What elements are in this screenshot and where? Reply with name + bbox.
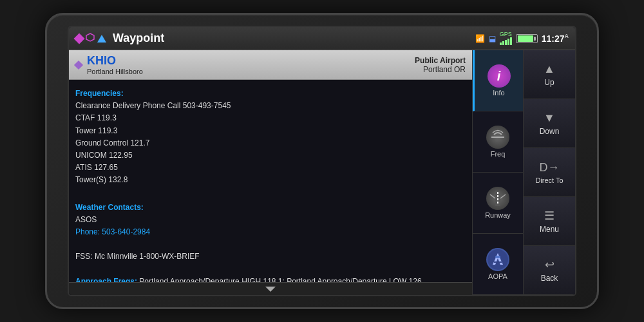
freq-line-6: ATIS 127.65 <box>75 162 466 174</box>
up-label: Up <box>544 78 554 87</box>
aopa-svg <box>486 248 509 271</box>
aopa-tab-icon <box>486 248 509 271</box>
airport-type: Public Airport <box>415 56 466 65</box>
svg-rect-5 <box>497 198 498 200</box>
direct-to-button[interactable]: D→ Direct To <box>524 148 575 197</box>
header-bar: Waypoint 📶 ⬓ GPS <box>69 27 575 50</box>
svg-rect-6 <box>497 202 498 204</box>
clock: 11:27A <box>542 33 569 44</box>
down-icon: ▼ <box>544 111 555 125</box>
svg-line-7 <box>490 194 495 198</box>
aopa-tab-label: AOPA <box>488 272 507 280</box>
up-button[interactable]: ▲ Up <box>524 50 575 99</box>
info-content[interactable]: Frequencies: Clearance Delivery Phone Ca… <box>69 80 472 282</box>
airport-city: Portland Hillsboro <box>87 68 143 75</box>
page-title: Waypoint <box>113 32 475 45</box>
info-tab-icon: i <box>488 64 511 88</box>
freq-tab-label: Freq <box>491 150 506 158</box>
freq-tab-icon <box>486 126 509 149</box>
back-button[interactable]: ↩ Back <box>524 246 575 295</box>
runway-tab-label: Runway <box>485 211 511 219</box>
bar2 <box>502 41 504 45</box>
time-value: 11:27 <box>542 33 565 44</box>
weather-label: Weather Contacts: <box>75 202 466 214</box>
freq-line-7: Tower(S) 132.8 <box>75 174 466 186</box>
header-icons <box>75 33 106 44</box>
back-icon: ↩ <box>545 258 554 272</box>
airport-name-block: KHIO Portland Hillsboro <box>87 54 143 75</box>
airport-id: KHIO <box>87 54 143 68</box>
runway-tab-icon <box>486 187 509 210</box>
airport-diamond-icon <box>74 60 83 69</box>
hex-icon <box>86 33 95 44</box>
bluetooth-icon: ⬓ <box>489 34 496 43</box>
approach-label: Approach Freqs: <box>75 277 137 282</box>
info-icon-letter: i <box>497 69 501 84</box>
weather-asos: ASOS <box>75 214 466 226</box>
up-icon: ▲ <box>544 62 555 76</box>
battery-indicator <box>516 34 538 43</box>
menu-label: Menu <box>540 225 559 234</box>
tab-runway[interactable]: Runway <box>473 173 523 234</box>
fss-text: FSS: Mc Minnville 1-800-WX-BRIEF <box>75 251 466 263</box>
svg-point-10 <box>495 256 500 258</box>
direct-to-icon: D→ <box>540 161 560 175</box>
approach-line: Approach Freqs: Portland Approach/Depart… <box>75 276 466 282</box>
scroll-indicator[interactable] <box>69 282 472 295</box>
freq-svg <box>489 128 507 146</box>
menu-icon: ☰ <box>544 209 554 223</box>
bar3 <box>505 40 507 45</box>
bar4 <box>507 39 509 45</box>
controls-column: ▲ Up ▼ Down D→ Direct To ☰ Menu <box>524 50 575 295</box>
nav-tabs: i Info Freq <box>472 50 524 295</box>
wifi-icon: 📶 <box>475 34 485 43</box>
frequencies-label: Frequencies: <box>75 88 466 100</box>
scroll-down-icon <box>265 287 276 292</box>
battery-tip <box>534 37 536 41</box>
freq-line-2: CTAF 119.3 <box>75 112 466 124</box>
diamond-icon <box>74 33 85 44</box>
main-area: KHIO Portland Hillsboro Public Airport P… <box>69 50 575 295</box>
airport-state: Portland OR <box>415 65 466 74</box>
screen: Waypoint 📶 ⬓ GPS <box>68 26 576 296</box>
am-pm: A <box>565 33 569 39</box>
menu-button[interactable]: ☰ Menu <box>524 197 575 246</box>
tab-freq[interactable]: Freq <box>473 111 523 173</box>
approach-text: Portland Approach/Departure HIGH 118.1; … <box>139 277 421 282</box>
freq-line-5: UNICOM 122.95 <box>75 149 466 162</box>
triangle-icon <box>97 35 106 43</box>
freq-line-1: Clearance Delivery Phone Call 503-493-75… <box>75 100 466 112</box>
content-panel: KHIO Portland Hillsboro Public Airport P… <box>69 50 472 295</box>
back-label: Back <box>541 274 558 283</box>
direct-to-label: Direct To <box>535 176 563 184</box>
freq-line-3: Tower 119.3 <box>75 125 466 137</box>
freq-line-4: Ground Control 121.7 <box>75 137 466 149</box>
battery-fill <box>518 35 533 42</box>
info-tab-label: Info <box>493 89 504 97</box>
runway-svg <box>489 189 507 207</box>
tab-aopa[interactable]: AOPA <box>473 234 523 295</box>
gps-label: GPS <box>500 32 512 37</box>
gps-area: GPS <box>500 32 512 45</box>
tab-info[interactable]: i Info <box>473 50 523 111</box>
signal-bars <box>500 37 512 45</box>
svg-line-8 <box>500 194 506 198</box>
svg-rect-3 <box>497 192 498 194</box>
svg-point-9 <box>488 249 508 270</box>
svg-marker-0 <box>86 33 94 41</box>
bar1 <box>500 43 502 45</box>
airport-header: KHIO Portland Hillsboro Public Airport P… <box>69 50 472 80</box>
device: Waypoint 📶 ⬓ GPS <box>45 13 599 309</box>
airport-right: Public Airport Portland OR <box>415 56 466 74</box>
airport-left: KHIO Portland Hillsboro <box>75 54 143 75</box>
down-button[interactable]: ▼ Down <box>524 99 575 148</box>
status-area: 📶 ⬓ GPS 11:27A <box>475 32 569 45</box>
bar5 <box>510 37 512 45</box>
svg-rect-4 <box>497 195 498 197</box>
weather-phone: Phone: 503-640-2984 <box>75 226 466 238</box>
down-label: Down <box>540 127 560 136</box>
